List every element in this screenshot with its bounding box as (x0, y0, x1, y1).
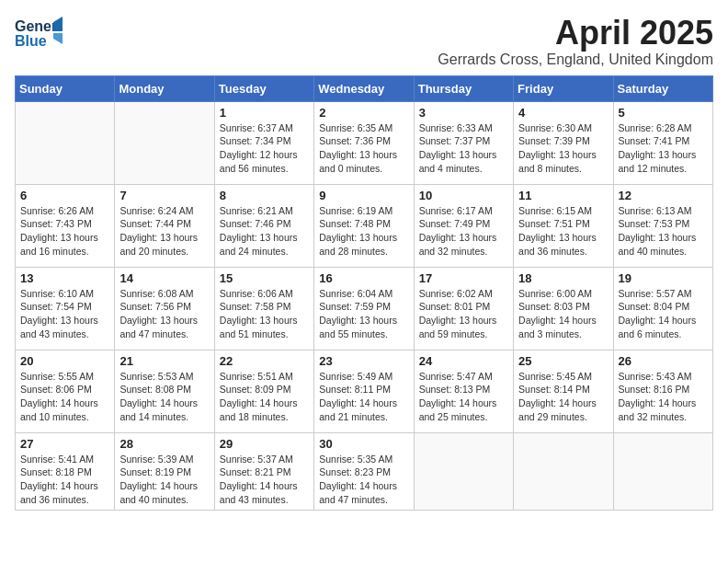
day-number: 27 (20, 437, 109, 451)
day-info: Sunrise: 6:26 AMSunset: 7:43 PMDaylight:… (20, 204, 109, 259)
calendar-cell: 9Sunrise: 6:19 AMSunset: 7:48 PMDaylight… (314, 184, 414, 267)
day-number: 20 (20, 354, 109, 368)
day-info: Sunrise: 5:41 AMSunset: 8:18 PMDaylight:… (20, 453, 109, 507)
day-header-monday: Monday (115, 75, 214, 101)
day-number: 24 (419, 354, 508, 368)
day-number: 16 (319, 271, 408, 285)
calendar-cell: 20Sunrise: 5:55 AMSunset: 8:06 PMDayligh… (16, 350, 115, 432)
calendar-cell: 16Sunrise: 6:04 AMSunset: 7:59 PMDayligh… (314, 267, 414, 350)
logo-icon: General Blue (15, 15, 63, 52)
day-number: 14 (119, 271, 209, 285)
location: Gerrards Cross, England, United Kingdom (438, 52, 713, 68)
day-number: 8 (220, 189, 309, 202)
day-number: 5 (619, 106, 708, 120)
day-info: Sunrise: 6:08 AMSunset: 7:56 PMDaylight:… (119, 287, 209, 341)
calendar-cell (414, 432, 513, 511)
day-info: Sunrise: 6:28 AMSunset: 7:41 PMDaylight:… (619, 121, 708, 176)
title-section: April 2025 Gerrards Cross, England, Unit… (438, 15, 713, 68)
day-number: 26 (619, 354, 708, 368)
calendar-cell: 17Sunrise: 6:02 AMSunset: 8:01 PMDayligh… (414, 267, 513, 350)
day-number: 4 (518, 106, 608, 120)
calendar-cell (613, 432, 712, 511)
day-number: 29 (220, 437, 309, 451)
calendar-table: SundayMondayTuesdayWednesdayThursdayFrid… (15, 75, 713, 511)
day-info: Sunrise: 6:06 AMSunset: 7:58 PMDaylight:… (220, 287, 309, 341)
day-info: Sunrise: 6:21 AMSunset: 7:46 PMDaylight:… (220, 204, 309, 259)
day-number: 11 (518, 189, 608, 202)
day-info: Sunrise: 5:55 AMSunset: 8:06 PMDaylight:… (20, 370, 109, 424)
day-number: 9 (319, 189, 408, 202)
day-number: 22 (220, 354, 309, 368)
day-info: Sunrise: 5:49 AMSunset: 8:11 PMDaylight:… (319, 370, 408, 424)
calendar-cell: 2Sunrise: 6:35 AMSunset: 7:36 PMDaylight… (314, 101, 414, 184)
day-info: Sunrise: 5:47 AMSunset: 8:13 PMDaylight:… (419, 370, 508, 424)
calendar-cell: 21Sunrise: 5:53 AMSunset: 8:08 PMDayligh… (115, 350, 214, 432)
calendar-cell: 4Sunrise: 6:30 AMSunset: 7:39 PMDaylight… (514, 101, 613, 184)
day-number: 19 (619, 271, 708, 285)
calendar-cell: 28Sunrise: 5:39 AMSunset: 8:19 PMDayligh… (115, 432, 214, 511)
calendar-cell: 18Sunrise: 6:00 AMSunset: 8:03 PMDayligh… (514, 267, 613, 350)
day-info: Sunrise: 6:17 AMSunset: 7:49 PMDaylight:… (419, 204, 508, 259)
calendar-header: SundayMondayTuesdayWednesdayThursdayFrid… (16, 75, 713, 101)
day-info: Sunrise: 6:30 AMSunset: 7:39 PMDaylight:… (518, 121, 608, 176)
day-info: Sunrise: 5:43 AMSunset: 8:16 PMDaylight:… (619, 370, 708, 424)
week-row-2: 6Sunrise: 6:26 AMSunset: 7:43 PMDaylight… (16, 184, 713, 267)
week-row-3: 13Sunrise: 6:10 AMSunset: 7:54 PMDayligh… (16, 267, 713, 350)
day-info: Sunrise: 6:13 AMSunset: 7:53 PMDaylight:… (619, 204, 708, 259)
calendar-cell: 5Sunrise: 6:28 AMSunset: 7:41 PMDaylight… (613, 101, 712, 184)
calendar-cell: 1Sunrise: 6:37 AMSunset: 7:34 PMDaylight… (214, 101, 313, 184)
calendar-cell (514, 432, 613, 511)
calendar-cell: 19Sunrise: 5:57 AMSunset: 8:04 PMDayligh… (613, 267, 712, 350)
day-info: Sunrise: 6:37 AMSunset: 7:34 PMDaylight:… (220, 121, 309, 176)
day-number: 17 (419, 271, 508, 285)
day-info: Sunrise: 6:02 AMSunset: 8:01 PMDaylight:… (419, 287, 508, 341)
day-number: 28 (119, 437, 209, 451)
day-number: 3 (419, 106, 508, 120)
calendar-cell: 27Sunrise: 5:41 AMSunset: 8:18 PMDayligh… (16, 432, 115, 511)
day-number: 6 (20, 189, 109, 202)
calendar-cell: 15Sunrise: 6:06 AMSunset: 7:58 PMDayligh… (214, 267, 313, 350)
calendar-cell (16, 101, 115, 184)
calendar-cell: 14Sunrise: 6:08 AMSunset: 7:56 PMDayligh… (115, 267, 214, 350)
week-row-5: 27Sunrise: 5:41 AMSunset: 8:18 PMDayligh… (16, 432, 713, 511)
day-info: Sunrise: 5:39 AMSunset: 8:19 PMDaylight:… (119, 453, 209, 507)
day-number: 13 (20, 271, 109, 285)
calendar-cell: 26Sunrise: 5:43 AMSunset: 8:16 PMDayligh… (613, 350, 712, 432)
day-number: 18 (518, 271, 608, 285)
day-number: 2 (319, 106, 408, 120)
month-title: April 2025 (438, 15, 713, 52)
day-number: 1 (220, 106, 309, 120)
day-info: Sunrise: 5:57 AMSunset: 8:04 PMDaylight:… (619, 287, 708, 341)
day-info: Sunrise: 5:37 AMSunset: 8:21 PMDaylight:… (220, 453, 309, 507)
logo: General Blue (15, 15, 64, 52)
days-row: SundayMondayTuesdayWednesdayThursdayFrid… (16, 75, 713, 101)
page-header: General Blue April 2025 Gerrards Cross, … (15, 15, 713, 68)
day-info: Sunrise: 6:00 AMSunset: 8:03 PMDaylight:… (518, 287, 608, 341)
calendar-cell: 30Sunrise: 5:35 AMSunset: 8:23 PMDayligh… (314, 432, 414, 511)
svg-marker-3 (53, 33, 63, 44)
calendar-cell: 12Sunrise: 6:13 AMSunset: 7:53 PMDayligh… (613, 184, 712, 267)
day-info: Sunrise: 5:51 AMSunset: 8:09 PMDaylight:… (220, 370, 309, 424)
calendar-cell: 13Sunrise: 6:10 AMSunset: 7:54 PMDayligh… (16, 267, 115, 350)
day-header-thursday: Thursday (414, 75, 513, 101)
day-info: Sunrise: 6:15 AMSunset: 7:51 PMDaylight:… (518, 204, 608, 259)
day-info: Sunrise: 5:35 AMSunset: 8:23 PMDaylight:… (319, 453, 408, 507)
calendar-body: 1Sunrise: 6:37 AMSunset: 7:34 PMDaylight… (16, 101, 713, 511)
day-number: 21 (119, 354, 209, 368)
calendar-cell: 23Sunrise: 5:49 AMSunset: 8:11 PMDayligh… (314, 350, 414, 432)
calendar-cell: 3Sunrise: 6:33 AMSunset: 7:37 PMDaylight… (414, 101, 513, 184)
day-info: Sunrise: 6:33 AMSunset: 7:37 PMDaylight:… (419, 121, 508, 176)
day-header-wednesday: Wednesday (314, 75, 414, 101)
day-number: 25 (518, 354, 608, 368)
day-number: 12 (619, 189, 708, 202)
svg-text:Blue: Blue (15, 33, 47, 49)
day-header-tuesday: Tuesday (214, 75, 313, 101)
calendar-cell: 22Sunrise: 5:51 AMSunset: 8:09 PMDayligh… (214, 350, 313, 432)
day-header-saturday: Saturday (613, 75, 712, 101)
day-number: 10 (419, 189, 508, 202)
day-info: Sunrise: 5:45 AMSunset: 8:14 PMDaylight:… (518, 370, 608, 424)
calendar-cell: 6Sunrise: 6:26 AMSunset: 7:43 PMDaylight… (16, 184, 115, 267)
day-info: Sunrise: 6:04 AMSunset: 7:59 PMDaylight:… (319, 287, 408, 341)
calendar-cell: 10Sunrise: 6:17 AMSunset: 7:49 PMDayligh… (414, 184, 513, 267)
day-number: 15 (220, 271, 309, 285)
